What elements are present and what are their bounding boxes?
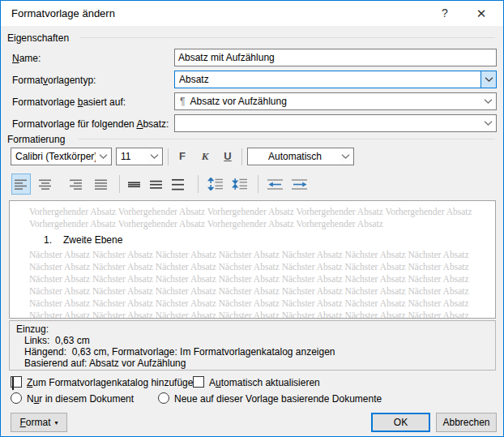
close-button[interactable]: ✕ <box>468 1 495 26</box>
style-type-label: Formatvorlagentyp: <box>12 75 96 86</box>
font-color-value: Automatisch <box>248 151 338 162</box>
only-this-document-radio[interactable] <box>11 392 22 404</box>
style-type-value: Absatz <box>175 74 481 85</box>
auto-update-checkbox[interactable] <box>193 376 204 388</box>
toolbar-separator <box>168 148 169 165</box>
chevron-down-icon[interactable] <box>481 71 496 88</box>
toolbar-separator <box>241 148 242 165</box>
ok-button[interactable]: OK <box>371 413 430 432</box>
modify-style-dialog: Formatvorlage ändern ? ✕ Eigenschaften N… <box>0 0 504 437</box>
underline-button[interactable]: U <box>218 148 237 165</box>
pilcrow-icon: ¶ <box>180 96 185 107</box>
style-preview-pane: Vorhergehender Absatz Vorhergehender Abs… <box>9 200 496 319</box>
next-paragraph-text: Nächster Absatz Nächster Absatz Nächster… <box>29 249 477 319</box>
increase-paragraph-spacing-button[interactable] <box>206 174 225 195</box>
chevron-down-icon[interactable] <box>147 148 162 165</box>
bold-button[interactable]: F <box>173 148 192 165</box>
dialog-title: Formatvorlage ändern <box>11 7 115 19</box>
style-name-input[interactable] <box>174 49 497 66</box>
single-spacing-button[interactable] <box>125 174 144 195</box>
align-justify-icon <box>95 178 108 191</box>
format-menu-button[interactable]: Format▾ <box>11 413 67 432</box>
close-icon: ✕ <box>476 6 487 20</box>
titlebar: Formatvorlage ändern ? ✕ <box>1 1 503 26</box>
sample-paragraph: 1.Zweite Ebene <box>44 234 477 246</box>
decrease-indent-icon <box>267 178 284 191</box>
increase-indent-button[interactable] <box>290 174 310 195</box>
font-color-select[interactable]: Automatisch <box>247 148 354 165</box>
following-paragraph-select[interactable] <box>174 114 497 132</box>
chevron-down-icon[interactable] <box>481 115 496 131</box>
section-formatting-divider <box>79 139 495 139</box>
align-justify-button[interactable] <box>92 174 111 195</box>
italic-button[interactable]: K <box>195 148 215 165</box>
toolbar-separator <box>119 175 120 193</box>
list-number: 1. <box>44 234 52 246</box>
auto-update-label[interactable]: Automatisch aktualisieren <box>209 377 320 388</box>
toolbar-separator <box>258 175 258 193</box>
help-icon: ? <box>442 6 448 19</box>
font-name-select[interactable]: Calibri (Textkörper) <box>11 148 112 165</box>
increase-indent-icon <box>292 178 308 191</box>
help-button[interactable]: ? <box>431 1 459 26</box>
decrease-indent-button[interactable] <box>266 174 285 195</box>
description-line: Links: 0,63 cm <box>16 335 489 346</box>
following-paragraph-label: Formatvorlage für folgenden Absatz: <box>12 118 169 130</box>
align-left-button[interactable] <box>11 174 31 195</box>
description-line: Basierend auf: Absatz vor Aufzählung <box>16 358 489 369</box>
add-to-gallery-label[interactable]: Zum Formatvorlagenkatalog hinzufügen <box>27 377 199 388</box>
toolbar-separator <box>198 175 199 193</box>
align-right-icon <box>70 178 83 191</box>
only-this-document-label[interactable]: Nur in diesem Dokument <box>27 393 134 405</box>
section-formatting-label: Formatierung <box>7 134 65 145</box>
cancel-button[interactable]: Abbrechen <box>436 413 497 432</box>
double-spacing-button[interactable] <box>169 174 188 195</box>
section-properties-label: Eigenschaften <box>7 32 69 44</box>
one-half-spacing-button[interactable] <box>147 174 166 195</box>
font-name-value: Calibri (Textkörper) <box>11 151 96 162</box>
style-type-select[interactable]: Absatz <box>174 71 497 88</box>
check-icon <box>12 377 14 390</box>
chevron-down-icon[interactable] <box>481 93 496 109</box>
align-left-icon <box>15 178 28 191</box>
description-line: Hängend: 0,63 cm, Formatvorlage: Im Form… <box>16 346 489 358</box>
double-spacing-icon <box>172 178 185 191</box>
new-documents-radio[interactable] <box>158 392 169 404</box>
previous-paragraph-text: Vorhergehender Absatz Vorhergehender Abs… <box>29 206 477 230</box>
style-description-box: Einzug: Links: 0,63 cm Hängend: 0,63 cm,… <box>9 320 496 371</box>
align-right-button[interactable] <box>66 174 86 195</box>
section-properties-divider <box>80 37 495 38</box>
align-center-icon <box>39 178 52 191</box>
dropdown-arrow-icon: ▾ <box>55 419 58 426</box>
name-label: Name: <box>12 53 41 64</box>
sample-text: Zweite Ebene <box>63 234 122 246</box>
add-to-gallery-checkbox[interactable] <box>11 376 22 388</box>
based-on-label: Formatvorlage basiert auf: <box>12 96 126 108</box>
font-size-value: 11 <box>117 151 147 162</box>
decrease-paragraph-spacing-icon <box>232 178 248 191</box>
chevron-down-icon[interactable] <box>96 148 111 165</box>
single-spacing-icon <box>128 178 141 191</box>
new-documents-label[interactable]: Neue auf dieser Vorlage basierende Dokum… <box>174 393 382 405</box>
align-center-button[interactable] <box>36 174 55 195</box>
decrease-paragraph-spacing-button[interactable] <box>230 174 250 195</box>
based-on-value: Absatz vor Aufzählung <box>190 96 481 107</box>
increase-paragraph-spacing-icon <box>207 178 224 191</box>
one-half-spacing-icon <box>150 178 163 191</box>
description-line: Einzug: <box>16 323 489 335</box>
font-size-select[interactable]: 11 <box>116 148 163 165</box>
based-on-select[interactable]: ¶ Absatz vor Aufzählung <box>174 92 497 110</box>
chevron-down-icon[interactable] <box>338 148 353 165</box>
